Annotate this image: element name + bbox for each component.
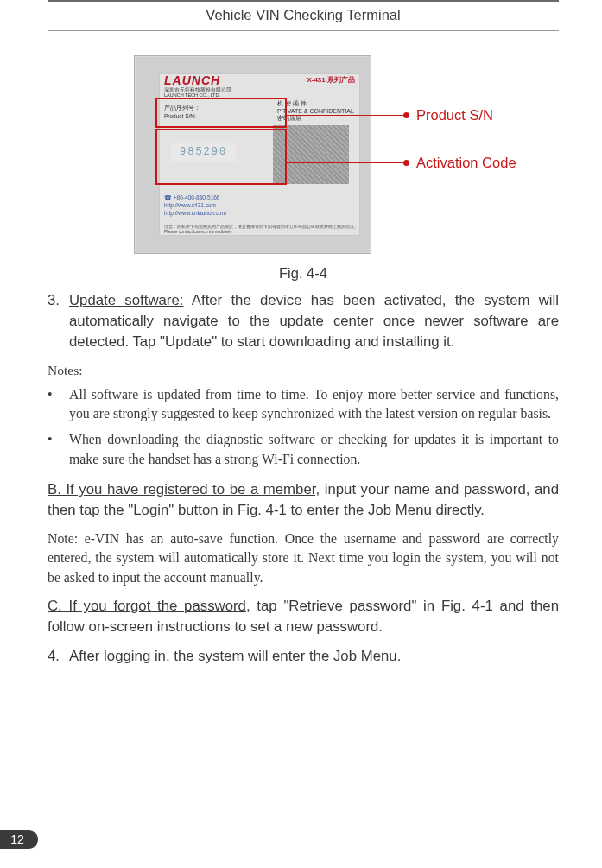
x431-logo: X-431 系列产品 xyxy=(307,75,355,85)
note-autosave: Note: e-VIN has an auto-save function. O… xyxy=(48,529,559,587)
page-number: 12 xyxy=(10,833,24,846)
section-c-lead: C. If you forgot the password xyxy=(48,598,246,614)
callout-activation-code-text: Activation Code xyxy=(416,155,516,171)
contact-phone: ☎ +86-400-830-5166 xyxy=(164,194,219,200)
launch-logo: LAUNCH xyxy=(164,73,220,87)
callout-dot-icon xyxy=(403,160,409,166)
section-b: B. If you have registered to be a member… xyxy=(48,479,559,521)
callout-product-sn: Product S/N xyxy=(287,107,493,124)
step-4: 4. After logging in, the system will ent… xyxy=(48,646,559,667)
header-rule-bottom xyxy=(48,30,559,31)
step-4-number: 4. xyxy=(48,646,69,667)
contact-block: ☎ +86-400-830-5166 http://www.x431.com h… xyxy=(164,193,226,217)
note-1: • All software is updated from time to t… xyxy=(48,385,559,424)
card-footnote: 注意：此私密卡与您购买的产品绑定，请妥善保管此卡如有疑问请立即与我公司联系并附上… xyxy=(164,224,358,234)
bullet-icon: • xyxy=(48,385,69,424)
bullet-icon: • xyxy=(48,430,69,469)
contact-url2: http://www.cnlaunch.com xyxy=(164,210,226,216)
step-3: 3. Update software: After the device has… xyxy=(48,290,559,352)
step-3-number: 3. xyxy=(48,290,69,352)
red-callout-box-activation xyxy=(155,129,287,185)
notes-title: Notes: xyxy=(48,363,559,378)
page: Vehicle VIN Checking Terminal LAUNCH 深圳市… xyxy=(0,0,602,868)
note-1-text: All software is updated from time to tim… xyxy=(69,385,559,424)
callout-line xyxy=(287,115,403,117)
callout-line xyxy=(287,162,403,164)
callout-product-sn-text: Product S/N xyxy=(416,107,493,124)
step-4-text: After logging in, the system will enter … xyxy=(69,646,559,667)
page-header: Vehicle VIN Checking Terminal xyxy=(48,3,559,29)
figure-area: LAUNCH 深圳市元征科技股份有限公司 LAUNCH TECH CO., LT… xyxy=(48,55,559,267)
section-b-lead: B. If you have registered to be a member… xyxy=(48,481,320,497)
note-2-text: When downloading the diagnostic software… xyxy=(69,430,559,469)
callout-dot-icon xyxy=(403,112,409,118)
callout-activation-code: Activation Code xyxy=(287,155,516,171)
step-3-text: Update software: After the device has be… xyxy=(69,290,559,352)
page-number-badge: 12 xyxy=(0,830,38,849)
contact-url1: http://www.x431.com xyxy=(164,202,216,208)
figure-caption: Fig. 4-4 xyxy=(48,265,559,282)
red-callout-box-sn xyxy=(155,98,287,128)
note-2: • When downloading the diagnostic softwa… xyxy=(48,430,559,469)
section-c: C. If you forgot the password, tap "Retr… xyxy=(48,596,559,637)
step-3-lead: Update software: xyxy=(69,292,183,308)
header-rule-top xyxy=(48,0,559,2)
